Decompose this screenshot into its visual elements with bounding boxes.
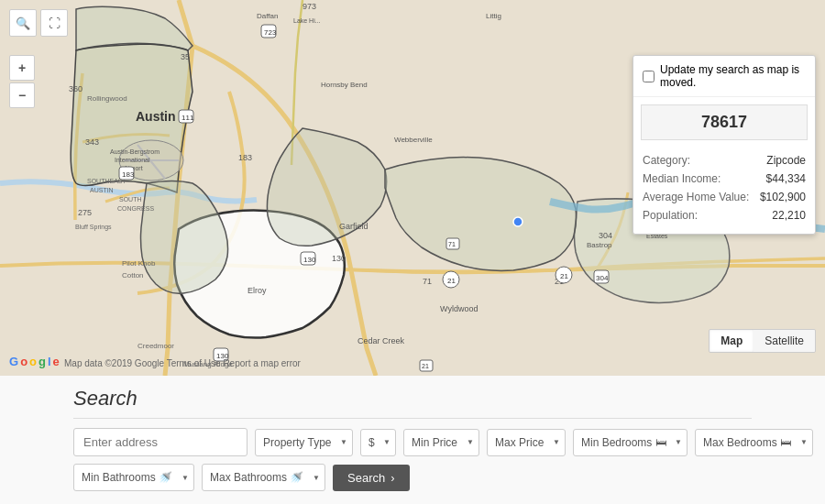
svg-text:Austin-Bergstrom: Austin-Bergstrom — [110, 148, 160, 156]
google-logo-text: G — [9, 355, 18, 368]
median-income-label: Median Income: — [643, 172, 720, 185]
address-input[interactable] — [73, 428, 248, 456]
svg-text:21: 21 — [447, 277, 456, 285]
svg-text:SOUTH: SOUTH — [119, 196, 142, 203]
svg-text:CONGRESS: CONGRESS — [117, 205, 154, 212]
svg-text:111: 111 — [182, 114, 194, 122]
max-bathrooms-select[interactable]: Max Bathrooms 🚿 1 1.5 2 2.5 3+ — [202, 464, 325, 491]
update-search-label: Update my search as map is moved. — [660, 63, 806, 89]
info-row-home-value: Average Home Value: $102,900 — [643, 188, 806, 206]
svg-text:Cedar Creek: Cedar Creek — [358, 336, 405, 345]
info-table: Category: Zipcode Median Income: $44,334… — [633, 148, 815, 234]
search-row-1: Property Type House Condo Townhouse Land… — [73, 428, 752, 456]
search-button[interactable]: Search › — [333, 465, 410, 491]
zipcode-display: 78617 — [641, 104, 808, 140]
svg-text:International: International — [115, 157, 150, 163]
svg-text:Webberville: Webberville — [394, 136, 433, 144]
svg-text:Cotton: Cotton — [122, 271, 144, 279]
svg-text:973: 973 — [302, 2, 316, 11]
google-logo: Google — [9, 355, 60, 368]
category-label: Category: — [643, 154, 690, 167]
svg-text:Garfield: Garfield — [339, 222, 368, 231]
search-section: Search Property Type House Condo Townhou… — [0, 376, 825, 504]
svg-text:Creedmoor: Creedmoor — [138, 342, 174, 350]
category-value: Zipcode — [766, 154, 806, 167]
svg-text:Daffan: Daffan — [257, 12, 278, 20]
population-value: 22,210 — [772, 209, 806, 222]
max-bathrooms-wrapper: Max Bathrooms 🚿 1 1.5 2 2.5 3+ — [202, 464, 325, 491]
map-fullscreen-button[interactable]: ⛶ — [40, 9, 68, 37]
svg-text:Lake Hi...: Lake Hi... — [293, 17, 321, 24]
property-type-select[interactable]: Property Type House Condo Townhouse Land — [255, 429, 353, 456]
max-bedrooms-wrapper: Max Bedrooms 🛏 1 2 3 4 5+ — [695, 429, 813, 456]
svg-text:Rollingwood: Rollingwood — [87, 94, 127, 103]
svg-text:130: 130 — [303, 256, 316, 264]
svg-text:Bluff Springs: Bluff Springs — [75, 224, 112, 231]
median-income-value: $44,334 — [766, 172, 806, 185]
map-footer-text: Map data ©2019 Google Terms of Use Repor… — [64, 358, 301, 368]
info-row-population: Population: 22,210 — [643, 206, 806, 225]
svg-text:183: 183 — [238, 153, 252, 162]
svg-text:360: 360 — [69, 84, 82, 93]
svg-text:723: 723 — [264, 28, 277, 37]
svg-text:Austin: Austin — [136, 109, 176, 124]
satellite-view-button[interactable]: Satellite — [754, 330, 815, 352]
svg-text:21: 21 — [422, 363, 429, 369]
max-price-wrapper: Max Price $100,000 $200,000 $300,000 $50… — [487, 429, 566, 456]
search-arrow-icon: › — [390, 471, 394, 485]
svg-text:183: 183 — [122, 170, 135, 179]
svg-text:21: 21 — [560, 272, 568, 280]
svg-text:275: 275 — [78, 208, 92, 217]
svg-text:71: 71 — [448, 241, 456, 247]
min-price-select[interactable]: Min Price $50,000 $100,000 $150,000 $200… — [403, 429, 479, 456]
update-checkbox-row: Update my search as map is moved. — [633, 56, 815, 97]
max-price-select[interactable]: Max Price $100,000 $200,000 $300,000 $50… — [487, 429, 566, 456]
dollar-wrapper: $ — [360, 429, 396, 456]
min-bedrooms-select[interactable]: Min Bedrooms 🛏 1 2 3 4 5+ — [573, 429, 688, 456]
svg-text:304: 304 — [599, 231, 612, 240]
map-top-controls: 🔍 ⛶ — [9, 9, 68, 37]
svg-text:Bastrop: Bastrop — [587, 241, 612, 249]
svg-text:343: 343 — [85, 137, 99, 147]
zoom-in-button[interactable]: + — [9, 55, 35, 81]
svg-point-40 — [513, 217, 522, 226]
svg-text:Wyldwood: Wyldwood — [440, 304, 478, 313]
svg-text:Littig: Littig — [486, 12, 501, 20]
min-price-wrapper: Min Price $50,000 $100,000 $150,000 $200… — [403, 429, 479, 456]
map-view-button[interactable]: Map — [710, 330, 754, 352]
search-button-label: Search — [347, 471, 385, 485]
property-type-wrapper: Property Type House Condo Townhouse Land — [255, 429, 353, 456]
dollar-select[interactable]: $ — [360, 429, 396, 456]
min-bathrooms-wrapper: Min Bathrooms 🚿 1 1.5 2 2.5 3+ — [73, 464, 194, 491]
map-info-panel: Update my search as map is moved. 78617 … — [632, 55, 816, 235]
info-row-category: Category: Zipcode — [643, 151, 806, 170]
home-value-value: $102,900 — [760, 191, 806, 203]
population-label: Population: — [643, 209, 698, 222]
home-value-label: Average Home Value: — [643, 191, 749, 203]
info-row-median-income: Median Income: $44,334 — [643, 170, 806, 188]
svg-text:Elroy: Elroy — [248, 286, 267, 295]
min-bathrooms-select[interactable]: Min Bathrooms 🚿 1 1.5 2 2.5 3+ — [73, 464, 194, 491]
map-search-button[interactable]: 🔍 — [9, 9, 37, 37]
search-title: Search — [73, 387, 752, 411]
update-search-checkbox[interactable] — [643, 71, 654, 82]
map-satellite-toggle: Map Satellite — [709, 329, 816, 353]
min-bedrooms-wrapper: Min Bedrooms 🛏 1 2 3 4 5+ — [573, 429, 688, 456]
svg-text:35: 35 — [181, 52, 190, 61]
max-bedrooms-select[interactable]: Max Bedrooms 🛏 1 2 3 4 5+ — [695, 429, 813, 456]
svg-text:AUSTIN: AUSTIN — [90, 187, 114, 193]
search-divider — [73, 418, 752, 419]
zoom-out-button[interactable]: − — [9, 82, 35, 108]
svg-text:Pilot Knob: Pilot Knob — [122, 259, 156, 268]
map-zoom-controls: + − — [9, 55, 35, 108]
svg-text:Hornsby Bend: Hornsby Bend — [321, 81, 368, 89]
svg-text:130: 130 — [332, 254, 346, 263]
svg-text:304: 304 — [596, 274, 609, 282]
search-row-2: Min Bathrooms 🚿 1 1.5 2 2.5 3+ Max Bathr… — [73, 464, 752, 491]
svg-text:71: 71 — [423, 277, 432, 286]
map-container: Austin 360 343 275 35 183 973 130 71 21 … — [0, 0, 825, 376]
